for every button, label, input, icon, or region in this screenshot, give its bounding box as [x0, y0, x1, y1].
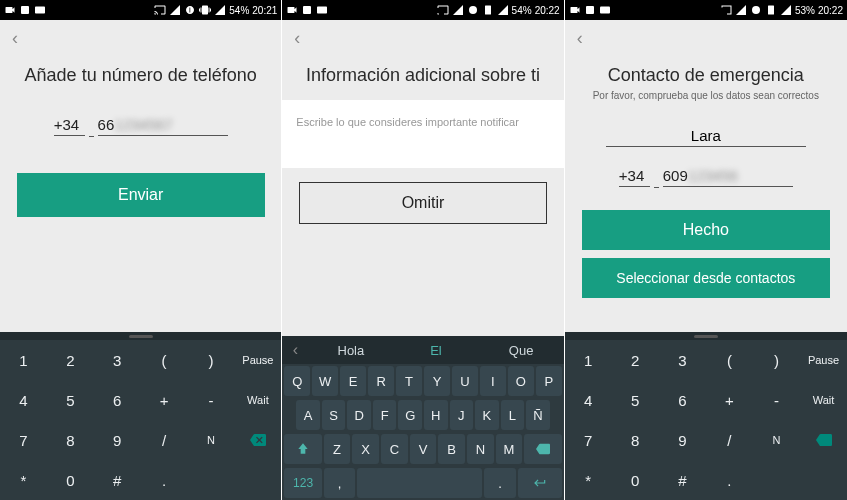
key-enye[interactable]: Ñ [526, 400, 550, 430]
key-wait[interactable]: Wait [234, 380, 281, 420]
phone-input[interactable]: 609123456 [663, 167, 793, 187]
key-star[interactable]: * [565, 460, 612, 500]
key-r[interactable]: R [368, 366, 394, 396]
back-button[interactable]: ‹ [282, 20, 563, 57]
shift-key[interactable] [284, 434, 321, 464]
key-7[interactable]: 7 [0, 420, 47, 460]
key-pause[interactable]: Pause [800, 340, 847, 380]
suggestion-1[interactable]: Hola [308, 343, 393, 358]
back-button[interactable]: ‹ [0, 20, 281, 57]
skip-button[interactable]: Omitir [299, 182, 547, 224]
key-d[interactable]: D [347, 400, 371, 430]
key-e[interactable]: E [340, 366, 366, 396]
key-minus[interactable]: - [188, 380, 235, 420]
key-2[interactable]: 2 [47, 340, 94, 380]
key-paren-close[interactable]: ) [188, 340, 235, 380]
key-z[interactable]: Z [324, 434, 351, 464]
key-y[interactable]: Y [424, 366, 450, 396]
key-8[interactable]: 8 [47, 420, 94, 460]
key-4[interactable]: 4 [0, 380, 47, 420]
key-m[interactable]: M [496, 434, 523, 464]
key-paren-open[interactable]: ( [706, 340, 753, 380]
key-n[interactable]: N [467, 434, 494, 464]
key-g[interactable]: G [398, 400, 422, 430]
key-1[interactable]: 1 [0, 340, 47, 380]
suggestion-back-icon[interactable]: ‹ [282, 341, 308, 359]
key-0[interactable]: 0 [47, 460, 94, 500]
key-h[interactable]: H [424, 400, 448, 430]
key-paren-close[interactable]: ) [753, 340, 800, 380]
key-w[interactable]: W [312, 366, 338, 396]
key-blank2[interactable] [800, 460, 847, 500]
key-hash[interactable]: # [94, 460, 141, 500]
period-key[interactable]: . [484, 468, 515, 498]
key-paren-open[interactable]: ( [141, 340, 188, 380]
key-pause[interactable]: Pause [234, 340, 281, 380]
key-5[interactable]: 5 [47, 380, 94, 420]
key-hash[interactable]: # [659, 460, 706, 500]
key-p[interactable]: P [536, 366, 562, 396]
key-x[interactable]: X [352, 434, 379, 464]
key-9[interactable]: 9 [659, 420, 706, 460]
info-textarea[interactable]: Escribe lo que consideres importante not… [282, 100, 563, 168]
key-2[interactable]: 2 [612, 340, 659, 380]
key-c[interactable]: C [381, 434, 408, 464]
key-s[interactable]: S [322, 400, 346, 430]
suggestion-2[interactable]: El [393, 343, 478, 358]
key-6[interactable]: 6 [94, 380, 141, 420]
key-5[interactable]: 5 [612, 380, 659, 420]
numbers-key[interactable]: 123 [284, 468, 322, 498]
done-button[interactable]: Hecho [582, 210, 830, 250]
backspace-icon[interactable] [800, 420, 847, 460]
key-b[interactable]: B [438, 434, 465, 464]
key-1[interactable]: 1 [565, 340, 612, 380]
key-7[interactable]: 7 [565, 420, 612, 460]
key-star[interactable]: * [0, 460, 47, 500]
space-key[interactable] [357, 468, 482, 498]
key-u[interactable]: U [452, 366, 478, 396]
key-3[interactable]: 3 [659, 340, 706, 380]
key-6[interactable]: 6 [659, 380, 706, 420]
key-j[interactable]: J [450, 400, 474, 430]
select-contacts-button[interactable]: Seleccionar desde contactos [582, 258, 830, 298]
country-prefix[interactable]: +34 [54, 116, 85, 136]
key-blank[interactable] [753, 460, 800, 500]
backspace-key[interactable] [524, 434, 561, 464]
back-button[interactable]: ‹ [565, 20, 847, 57]
suggestion-3[interactable]: Que [479, 343, 564, 358]
enter-key[interactable] [518, 468, 562, 498]
key-k[interactable]: K [475, 400, 499, 430]
key-f[interactable]: F [373, 400, 397, 430]
key-n[interactable]: N [753, 420, 800, 460]
backspace-icon[interactable] [234, 420, 281, 460]
keypad-handle[interactable] [0, 332, 281, 340]
key-a[interactable]: A [296, 400, 320, 430]
key-i[interactable]: I [480, 366, 506, 396]
key-plus[interactable]: + [706, 380, 753, 420]
key-t[interactable]: T [396, 366, 422, 396]
key-n[interactable]: N [188, 420, 235, 460]
keypad-handle[interactable] [565, 332, 847, 340]
key-q[interactable]: Q [284, 366, 310, 396]
contact-name-input[interactable] [606, 127, 806, 147]
submit-button[interactable]: Enviar [17, 173, 265, 217]
key-8[interactable]: 8 [612, 420, 659, 460]
key-0[interactable]: 0 [612, 460, 659, 500]
key-4[interactable]: 4 [565, 380, 612, 420]
key-minus[interactable]: - [753, 380, 800, 420]
key-9[interactable]: 9 [94, 420, 141, 460]
key-slash[interactable]: / [141, 420, 188, 460]
key-l[interactable]: L [501, 400, 525, 430]
key-dot[interactable]: . [141, 460, 188, 500]
country-prefix[interactable]: +34 [619, 167, 650, 187]
phone-input[interactable]: 661234567 [98, 116, 228, 136]
key-wait[interactable]: Wait [800, 380, 847, 420]
key-slash[interactable]: / [706, 420, 753, 460]
comma-key[interactable]: , [324, 468, 355, 498]
key-plus[interactable]: + [141, 380, 188, 420]
key-v[interactable]: V [410, 434, 437, 464]
key-o[interactable]: O [508, 366, 534, 396]
key-blank[interactable] [188, 460, 235, 500]
key-blank2[interactable] [234, 460, 281, 500]
key-dot[interactable]: . [706, 460, 753, 500]
